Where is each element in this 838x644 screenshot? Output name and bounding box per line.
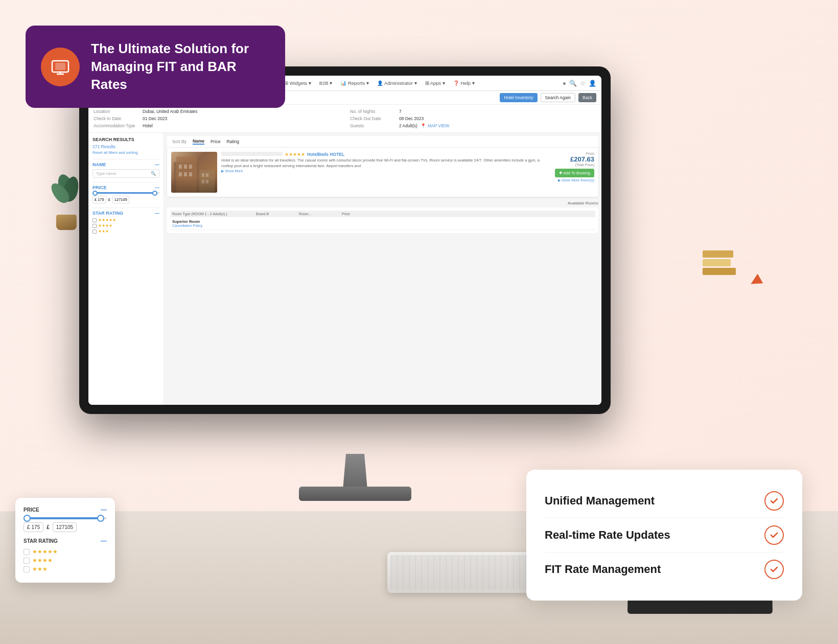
star-3-checkbox[interactable]	[92, 229, 97, 234]
star-4-checkbox[interactable]	[92, 224, 97, 228]
price-min-input[interactable]: £ 175	[92, 196, 106, 203]
currency-sign: £	[27, 524, 30, 530]
svg-rect-10	[179, 172, 182, 176]
price-filter-collapse[interactable]: —	[155, 185, 159, 190]
price-collapse-icon[interactable]: —	[101, 506, 107, 513]
hotel-price: £207.63	[553, 155, 594, 163]
nav-administrator[interactable]: 👤 Administrator ▾	[375, 79, 419, 87]
show-rooms-link[interactable]: ▶ Show More Room(s)	[553, 178, 594, 182]
name-filter-group: NAME — Type name 🔍	[92, 159, 159, 178]
nav-apps[interactable]: ⊞ Apps ▾	[423, 79, 447, 87]
slider-left-thumb[interactable]	[92, 191, 98, 196]
svg-rect-9	[189, 165, 192, 169]
monitor-outer: ⚏ moonstride ⊞ 🏠 Dashboard 📋 CRM ▾ ⚙ Ser…	[79, 66, 611, 414]
price-min-box[interactable]: £ 175	[24, 522, 43, 532]
svg-rect-1	[55, 63, 65, 70]
total-price-label: (Total Price)	[553, 163, 594, 167]
feature-label-3: FIT Rate Management	[545, 563, 661, 576]
available-rooms-label: Available Rooms	[167, 201, 598, 205]
nav-user-icon[interactable]: 👤	[589, 80, 596, 87]
check-icon-2	[769, 530, 779, 540]
feature-row-2: Real-time Rate Updates	[545, 518, 784, 553]
star-4-stars: ★★★★	[32, 557, 53, 564]
name-filter-label: NAME	[92, 162, 106, 167]
monitor-stand-base	[299, 487, 411, 501]
location-label: Location	[94, 109, 139, 114]
star-4-cb[interactable]	[24, 558, 30, 564]
price-slider-large[interactable]	[24, 517, 107, 519]
star-4-row: ★★★★	[92, 223, 159, 228]
header-title: The Ultimate Solution for Managing FIT a…	[91, 40, 265, 94]
features-panel: Unified Management Real-time Rate Update…	[526, 470, 802, 601]
search-form: Location Dubai, United Arab Emirates No.…	[88, 105, 601, 133]
reset-link[interactable]: Reset all filters and sorting	[92, 150, 159, 155]
nav-circle-icon[interactable]: ●	[563, 80, 566, 87]
slider-thumb-left[interactable]	[24, 515, 31, 522]
rooms-table: Room Type (ROOM 1 - 2 Adult(s) ) Board B…	[167, 208, 598, 233]
check-circle-3	[764, 560, 784, 579]
star-5-cb[interactable]	[24, 549, 30, 555]
nav-search-icon[interactable]: 🔍	[569, 80, 577, 87]
slider-fill-large	[24, 517, 103, 519]
star-5-stars: ★★★★★	[32, 548, 58, 555]
book-2	[703, 259, 731, 266]
nav-b2b[interactable]: B2B ▾	[317, 79, 335, 87]
monitor: ⚏ moonstride ⊞ 🏠 Dashboard 📋 CRM ▾ ⚙ Ser…	[79, 66, 631, 455]
nav-star-icon[interactable]: ☆	[580, 80, 586, 87]
star-collapse-icon[interactable]: —	[101, 537, 107, 544]
from-label: From	[553, 152, 594, 155]
hotel-inventory-button[interactable]: Hotel Inventory	[500, 93, 537, 102]
hotel-description: Hotel is an ideal destination for all tr…	[221, 158, 549, 169]
guests-value: 2 Adult(s)	[399, 123, 417, 128]
sort-rating[interactable]: Rating	[226, 139, 239, 144]
sort-price[interactable]: Price	[211, 139, 220, 144]
star-filter-collapse[interactable]: —	[155, 211, 159, 216]
svg-rect-16	[202, 180, 204, 183]
name-input[interactable]: Type name 🔍	[92, 169, 159, 178]
sort-name[interactable]: Name	[193, 139, 204, 145]
price-max-input[interactable]: 127105	[112, 196, 129, 203]
price-max-box[interactable]: 127105	[53, 522, 77, 532]
nights-value: 7	[399, 109, 402, 114]
star-3-cb[interactable]	[24, 566, 30, 572]
room-cell	[299, 219, 340, 227]
book-1	[703, 250, 733, 258]
search-again-button[interactable]: Search Again	[541, 93, 576, 102]
plant-decoration	[51, 174, 82, 230]
nav-help[interactable]: ❓ Help ▾	[451, 79, 477, 87]
price-cell	[342, 219, 373, 227]
svg-rect-17	[206, 180, 208, 183]
cancellation-link[interactable]: Cancellation Policy	[172, 224, 254, 227]
room-name: Superior Room	[172, 219, 254, 224]
back-button[interactable]: Back	[578, 93, 596, 102]
check-circle-2	[764, 525, 784, 545]
col-room: Room...	[299, 212, 340, 216]
feature-row-3: FIT Rate Management	[545, 553, 784, 586]
slider-thumb-right[interactable]	[97, 515, 104, 522]
checkout-row: Check Out Date 08 Dec 2023	[350, 116, 596, 121]
header-badge: The Ultimate Solution for Managing FIT a…	[26, 26, 285, 108]
star-4-filter-row: ★★★★	[24, 557, 107, 564]
results-count: 272 Results	[92, 144, 159, 149]
main-content: SEARCH RESULTS 272 Results Reset all fil…	[88, 133, 601, 405]
svg-rect-12	[189, 172, 192, 176]
search-results-title: SEARCH RESULTS	[92, 137, 159, 142]
svg-rect-14	[202, 173, 204, 177]
star-3-stars: ★★★	[32, 566, 48, 572]
nav-reports[interactable]: 📊 Reports ▾	[338, 79, 371, 87]
slider-right-thumb[interactable]	[152, 191, 157, 196]
add-to-booking-button[interactable]: ✚ Add To Booking	[555, 169, 594, 177]
price-slider[interactable]	[92, 192, 159, 194]
map-view-button[interactable]: 📍 MAP VIEW	[421, 123, 449, 128]
price-max-val: 127105	[56, 524, 73, 530]
checkout-value: 08 Dec 2023	[399, 116, 424, 121]
star-5-checkbox[interactable]	[92, 218, 97, 222]
hotel-stars: ★★★★★	[285, 152, 305, 157]
name-filter-collapse[interactable]: —	[155, 162, 159, 167]
hotel-building-svg	[171, 152, 217, 193]
checkout-label: Check Out Date	[350, 116, 396, 121]
nav-widgets[interactable]: ⊞ Widgets ▾	[282, 79, 313, 87]
nav-icons: ● 🔍 ☆ 👤	[563, 80, 596, 87]
show-more-link[interactable]: ▶ Show More	[221, 169, 243, 173]
price-filter-title: PRICE —	[24, 506, 107, 513]
